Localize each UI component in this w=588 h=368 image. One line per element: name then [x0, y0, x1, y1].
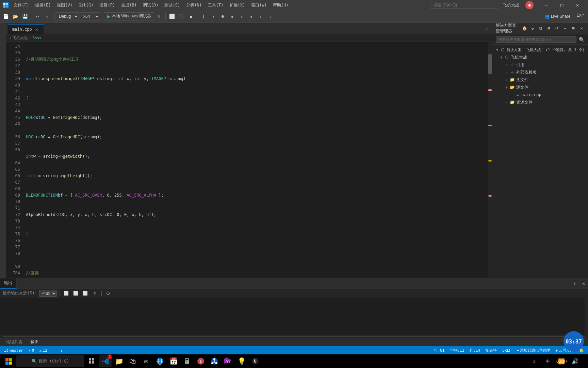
- show-desktop-button[interactable]: [583, 355, 585, 367]
- solution-search-input[interactable]: [496, 36, 576, 43]
- menu-help[interactable]: 帮助(H): [270, 1, 291, 10]
- minimize-button[interactable]: ─: [538, 0, 554, 10]
- menu-tools[interactable]: 工具(T): [205, 1, 226, 10]
- bnav-error-list[interactable]: 错误列表: [3, 338, 26, 347]
- split-editor-button[interactable]: ⊟: [483, 25, 491, 34]
- menu-analyze[interactable]: 分析(N): [183, 1, 205, 10]
- output-up-btn[interactable]: ↑: [570, 279, 579, 288]
- menu-git[interactable]: Git(G): [76, 1, 96, 9]
- taskbar-sourcetree[interactable]: [208, 355, 220, 367]
- output-wrap-btn[interactable]: ⬜: [82, 290, 89, 297]
- code-content[interactable]: //透明图显示png文件的工具 void transparentImage3(I…: [23, 42, 493, 278]
- taskbar-vs-main[interactable]: VS: [222, 355, 234, 367]
- user-avatar[interactable]: ●: [525, 1, 534, 9]
- se-expand-button[interactable]: ⊞: [570, 25, 577, 32]
- menu-project[interactable]: 项目(P): [97, 1, 118, 10]
- open-button[interactable]: 📂: [11, 12, 20, 21]
- taskbar-unity[interactable]: U: [249, 355, 261, 367]
- taskbar-search[interactable]: 🔍 搜索 (Ctrl+Q): [16, 355, 84, 367]
- tb-btn-8[interactable]: ⬦: [237, 12, 246, 21]
- start-button[interactable]: [3, 355, 15, 367]
- run-debugger-button[interactable]: ▶ 本地 Windows 调试器: [104, 12, 154, 20]
- output-close-btn[interactable]: ✕: [579, 279, 588, 288]
- output-clear-btn[interactable]: ⊘: [91, 290, 99, 297]
- timer-widget[interactable]: 03:37: [564, 331, 584, 352]
- status-nav-next[interactable]: ↓: [59, 346, 64, 354]
- tb-btn-1[interactable]: ⬜: [167, 12, 176, 21]
- attach-button[interactable]: ⏸: [155, 12, 164, 21]
- save-all-button[interactable]: 💾: [20, 12, 29, 21]
- output-copy-btn[interactable]: ⬜: [63, 290, 70, 297]
- tb-btn-9[interactable]: ⬧: [247, 12, 256, 21]
- taskbar-browser[interactable]: [154, 355, 166, 367]
- arch-dropdown[interactable]: x64: [80, 12, 100, 20]
- se-collapse-button[interactable]: ⊟: [545, 25, 553, 32]
- tb-btn-6[interactable]: ⊕: [218, 12, 227, 21]
- tree-source-files[interactable]: ▼ 📂 源文件: [493, 83, 588, 91]
- taskbar-tray[interactable]: ⌂: [528, 355, 540, 367]
- taskbar-language[interactable]: 中: [542, 355, 554, 367]
- tb-btn-2[interactable]: ⬛: [177, 12, 186, 21]
- taskbar-volume[interactable]: 🔊: [569, 355, 581, 367]
- new-file-button[interactable]: 📄: [1, 12, 10, 21]
- live-share-button[interactable]: 👥 Live Share: [542, 12, 573, 20]
- menu-test[interactable]: 测试(S): [162, 1, 183, 10]
- tree-references[interactable]: ▷ ⊹ 引用: [493, 61, 588, 68]
- scrollbar-thumb[interactable]: [488, 54, 492, 74]
- path-project[interactable]: 飞机大战: [13, 35, 28, 41]
- undo-button[interactable]: ↩: [33, 12, 42, 21]
- se-refresh-button[interactable]: ⟳: [553, 25, 561, 32]
- status-branch[interactable]: ⎇ master: [3, 346, 24, 354]
- menu-file[interactable]: 文件(F): [11, 1, 32, 10]
- taskbar-mail[interactable]: ✉: [140, 355, 152, 367]
- scrollbar-track[interactable]: [488, 42, 493, 278]
- menu-debug[interactable]: 调试(D): [140, 1, 161, 10]
- status-add-code[interactable]: + 添加到源代码管理: [516, 346, 552, 354]
- path-symbol[interactable]: Boss: [32, 36, 42, 40]
- se-settings-button[interactable]: ⋯: [561, 25, 569, 32]
- tree-external-deps[interactable]: ▷ ⊹ 外部依赖项: [493, 68, 588, 76]
- output-filter-btn[interactable]: ⬜: [72, 290, 80, 297]
- taskbar-calendar[interactable]: 📅: [167, 355, 180, 367]
- maximize-button[interactable]: □: [554, 0, 570, 10]
- status-encoding[interactable]: 制表符: [484, 346, 498, 354]
- exp-button[interactable]: EXP: [574, 12, 587, 20]
- taskbar-calc[interactable]: 🖩: [181, 355, 193, 367]
- tab-close-button[interactable]: ✕: [34, 27, 39, 32]
- debug-config-dropdown[interactable]: Debug: [55, 12, 79, 20]
- taskbar-idea[interactable]: 💡: [235, 355, 248, 367]
- menu-build[interactable]: 生成(B): [118, 1, 140, 10]
- status-nav-prev[interactable]: ↑: [51, 346, 56, 354]
- menu-edit[interactable]: 编辑(E): [33, 1, 54, 10]
- search-button[interactable]: 🔍: [578, 36, 585, 43]
- tb-btn-5[interactable]: ⟩: [209, 12, 217, 21]
- task-view-button[interactable]: [86, 355, 98, 367]
- se-close-button[interactable]: ✕: [578, 25, 585, 32]
- taskbar-vs-icon[interactable]: 1: [99, 355, 112, 367]
- status-col[interactable]: 字符:11: [449, 346, 466, 354]
- tb-btn-10[interactable]: ⬨: [256, 12, 265, 21]
- taskbar-store[interactable]: 🛍: [127, 355, 139, 367]
- tb-btn-4[interactable]: ⟨: [199, 12, 208, 21]
- tb-btn-3[interactable]: ◾: [186, 12, 195, 21]
- tree-project[interactable]: ▼ ⬡ 飞机大战: [493, 53, 588, 61]
- bnav-output[interactable]: 输出: [27, 338, 42, 347]
- code-editor[interactable]: 34 35 36 37 38 39 40 41 42 43 44 45 46 5…: [6, 42, 493, 278]
- status-row[interactable]: 行:81: [433, 346, 446, 354]
- output-source-select[interactable]: 生成: [39, 290, 57, 297]
- output-tab-output[interactable]: 输出: [0, 278, 17, 289]
- taskbar-file-explorer[interactable]: 📁: [113, 355, 125, 367]
- tree-resource-files[interactable]: ▷ 📁 资源文件: [493, 98, 588, 106]
- taskbar-vs-item[interactable]: 1: [99, 355, 112, 367]
- tree-root[interactable]: ▼ ⬡ 解决方案 '飞机大战' (1 个项目, 共 1 个): [493, 46, 588, 53]
- tree-main-cpp[interactable]: ≡ main.cpp: [493, 91, 588, 98]
- output-scrollbar[interactable]: [585, 298, 588, 335]
- output-find-btn[interactable]: ⏱: [104, 290, 112, 297]
- close-button[interactable]: ✕: [570, 0, 585, 10]
- taskbar-time[interactable]: 03:37: [556, 359, 568, 364]
- status-line-ending[interactable]: CRLF: [501, 346, 513, 354]
- tb-btn-7[interactable]: ★: [228, 12, 236, 21]
- menu-window[interactable]: 窗口(W): [248, 1, 270, 10]
- menu-view[interactable]: 视图(V): [54, 1, 75, 10]
- status-tab[interactable]: 列:14: [468, 346, 481, 354]
